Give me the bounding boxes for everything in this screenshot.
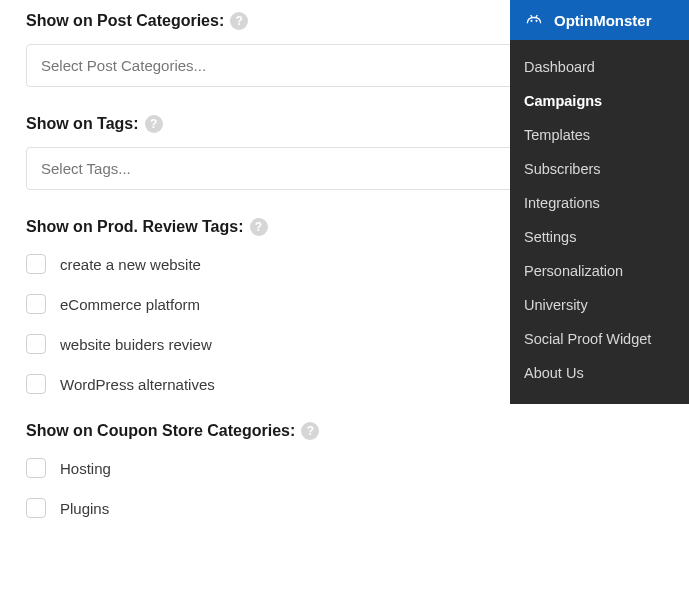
checkbox-label: create a new website bbox=[60, 256, 201, 273]
sidebar-item-about-us[interactable]: About Us bbox=[510, 356, 689, 390]
sidebar-item-subscribers[interactable]: Subscribers bbox=[510, 152, 689, 186]
section-title-row: Show on Coupon Store Categories: ? bbox=[26, 422, 663, 440]
checkbox-icon[interactable] bbox=[26, 334, 46, 354]
section-title: Show on Prod. Review Tags: bbox=[26, 218, 244, 236]
checkbox-label: Hosting bbox=[60, 460, 111, 477]
sidebar-item-social-proof-widget[interactable]: Social Proof Widget bbox=[510, 322, 689, 356]
coupon-store-list: Hosting Plugins bbox=[26, 458, 663, 518]
sidebar-item-settings[interactable]: Settings bbox=[510, 220, 689, 254]
checkbox-row[interactable]: Plugins bbox=[26, 498, 663, 518]
sidebar: OptinMonster Dashboard Campaigns Templat… bbox=[510, 0, 689, 404]
help-icon[interactable]: ? bbox=[250, 218, 268, 236]
sidebar-item-campaigns[interactable]: Campaigns bbox=[510, 84, 689, 118]
help-icon[interactable]: ? bbox=[301, 422, 319, 440]
checkbox-icon[interactable] bbox=[26, 294, 46, 314]
checkbox-label: eCommerce platform bbox=[60, 296, 200, 313]
brand-title: OptinMonster bbox=[554, 12, 652, 29]
checkbox-icon[interactable] bbox=[26, 374, 46, 394]
section-coupon-store: Show on Coupon Store Categories: ? Hosti… bbox=[26, 422, 663, 518]
section-title: Show on Post Categories: bbox=[26, 12, 224, 30]
brand-icon bbox=[524, 10, 544, 30]
help-icon[interactable]: ? bbox=[230, 12, 248, 30]
sidebar-items: Dashboard Campaigns Templates Subscriber… bbox=[510, 40, 689, 404]
sidebar-item-personalization[interactable]: Personalization bbox=[510, 254, 689, 288]
sidebar-item-dashboard[interactable]: Dashboard bbox=[510, 50, 689, 84]
section-title: Show on Coupon Store Categories: bbox=[26, 422, 295, 440]
sidebar-item-templates[interactable]: Templates bbox=[510, 118, 689, 152]
help-icon[interactable]: ? bbox=[145, 115, 163, 133]
svg-point-1 bbox=[535, 20, 537, 22]
checkbox-label: Plugins bbox=[60, 500, 109, 517]
section-title: Show on Tags: bbox=[26, 115, 139, 133]
sidebar-header: OptinMonster bbox=[510, 0, 689, 40]
checkbox-icon[interactable] bbox=[26, 458, 46, 478]
sidebar-item-university[interactable]: University bbox=[510, 288, 689, 322]
svg-point-0 bbox=[530, 20, 532, 22]
checkbox-icon[interactable] bbox=[26, 498, 46, 518]
checkbox-row[interactable]: Hosting bbox=[26, 458, 663, 478]
checkbox-label: website buiders review bbox=[60, 336, 212, 353]
checkbox-icon[interactable] bbox=[26, 254, 46, 274]
checkbox-label: WordPress alternatives bbox=[60, 376, 215, 393]
sidebar-item-integrations[interactable]: Integrations bbox=[510, 186, 689, 220]
